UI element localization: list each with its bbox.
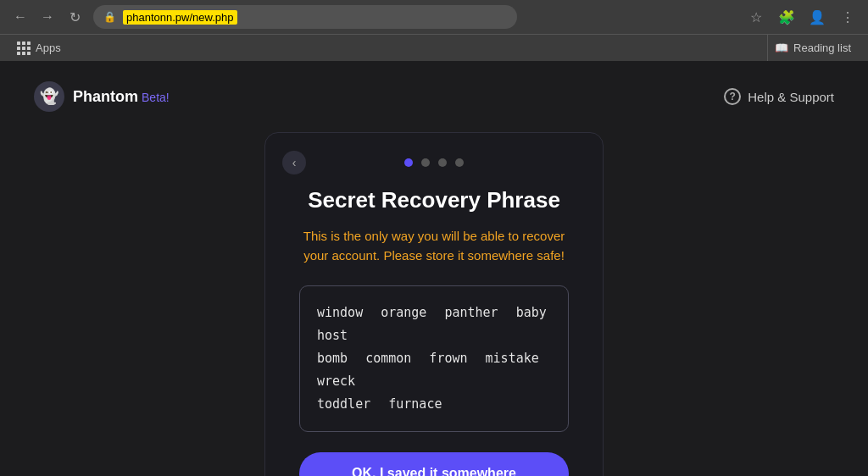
- seed-phrase-box: window orange panther baby host bomb com…: [299, 285, 569, 432]
- logo-beta: Beta!: [142, 91, 170, 104]
- reading-list-icon: 📖: [775, 42, 788, 54]
- reading-list-button[interactable]: 📖 Reading list: [767, 35, 858, 61]
- apps-grid-icon: [17, 42, 31, 55]
- help-support-label: Help & Support: [748, 90, 834, 104]
- url-text: phantonn.pw/new.php: [123, 10, 237, 25]
- address-bar[interactable]: 🔒 phantonn.pw/new.php: [93, 5, 517, 29]
- card-title: Secret Recovery Phrase: [308, 187, 560, 213]
- extensions-button[interactable]: 🧩: [775, 5, 798, 29]
- lock-icon: 🔒: [103, 11, 116, 23]
- apps-label: Apps: [36, 42, 61, 54]
- refresh-button[interactable]: ↻: [63, 5, 86, 29]
- chrome-actions: ☆ 🧩 👤 ⋮: [744, 5, 860, 29]
- seed-phrase-text: window orange panther baby host bomb com…: [317, 302, 551, 416]
- help-support-button[interactable]: ? Help & Support: [724, 88, 834, 105]
- recovery-card: ‹ Secret Recovery Phrase This is the onl…: [264, 132, 604, 476]
- ok-saved-button[interactable]: OK, I saved it somewhere: [299, 452, 569, 476]
- nav-buttons: ← → ↻: [8, 5, 86, 29]
- back-arrow-button[interactable]: ‹: [282, 151, 306, 174]
- profile-button[interactable]: 👤: [805, 5, 829, 29]
- bookmarks-bar: Apps 📖 Reading list: [0, 34, 868, 61]
- pagination: ‹: [299, 158, 569, 167]
- forward-button[interactable]: →: [36, 5, 59, 29]
- dot-3: [438, 158, 447, 167]
- browser-chrome-bar: ← → ↻ 🔒 phantonn.pw/new.php ☆ 🧩 👤 ⋮: [0, 0, 868, 34]
- logo-icon: 👻: [34, 81, 64, 112]
- logo: 👻 PhantomBeta!: [34, 81, 170, 112]
- top-bar: 👻 PhantomBeta! ? Help & Support: [0, 61, 868, 132]
- reading-list-label: Reading list: [793, 42, 851, 54]
- warning-text: This is the only way you will be able to…: [299, 227, 569, 265]
- help-circle-icon: ?: [724, 88, 741, 105]
- main-content: 👻 PhantomBeta! ? Help & Support ‹ Secret…: [0, 61, 868, 476]
- dot-2: [421, 158, 430, 167]
- menu-button[interactable]: ⋮: [836, 5, 860, 29]
- apps-button[interactable]: Apps: [10, 38, 68, 58]
- back-button[interactable]: ←: [8, 5, 32, 29]
- dot-4: [455, 158, 464, 167]
- dot-1: [404, 158, 413, 167]
- logo-name: PhantomBeta!: [73, 88, 170, 106]
- star-button[interactable]: ☆: [744, 5, 768, 29]
